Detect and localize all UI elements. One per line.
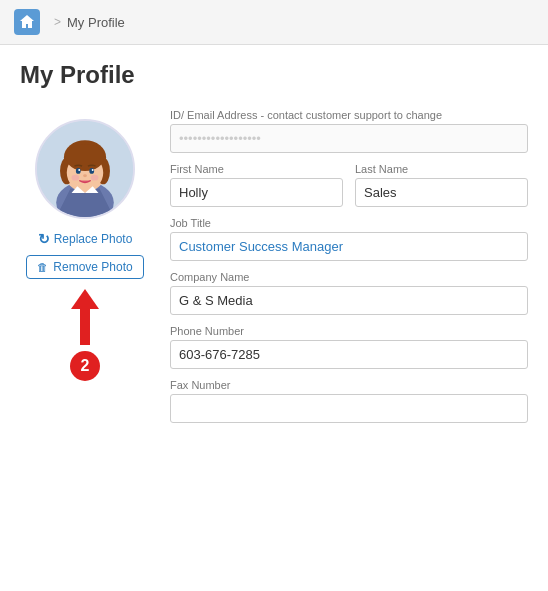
arrow-up-icon <box>71 289 99 309</box>
page-title: My Profile <box>0 45 548 99</box>
form-column: ID/ Email Address - contact customer sup… <box>170 109 528 423</box>
svg-point-13 <box>83 174 87 177</box>
breadcrumb-separator: > <box>54 15 61 29</box>
svg-point-15 <box>91 175 99 181</box>
svg-point-9 <box>76 168 81 174</box>
fax-group: Fax Number <box>170 379 528 423</box>
first-name-group: First Name <box>170 163 343 207</box>
name-row: First Name Last Name <box>170 163 528 207</box>
annotation: 2 <box>70 289 100 381</box>
remove-photo-label: Remove Photo <box>53 260 132 274</box>
svg-point-11 <box>78 169 80 171</box>
job-title-group: Job Title <box>170 217 528 261</box>
company-input[interactable] <box>170 286 528 315</box>
replace-photo-label: Replace Photo <box>54 232 133 246</box>
email-group: ID/ Email Address - contact customer sup… <box>170 109 528 153</box>
svg-point-12 <box>92 169 94 171</box>
fax-input[interactable] <box>170 394 528 423</box>
email-label: ID/ Email Address - contact customer sup… <box>170 109 528 121</box>
avatar <box>35 119 135 219</box>
job-title-label: Job Title <box>170 217 528 229</box>
last-name-input[interactable] <box>355 178 528 207</box>
home-icon[interactable] <box>14 9 40 35</box>
refresh-icon <box>38 231 50 247</box>
company-label: Company Name <box>170 271 528 283</box>
fax-label: Fax Number <box>170 379 528 391</box>
phone-input[interactable] <box>170 340 528 369</box>
trash-icon <box>37 260 48 274</box>
main-content: Replace Photo Remove Photo 2 ID/ Email A… <box>0 99 548 443</box>
email-input[interactable] <box>170 124 528 153</box>
phone-group: Phone Number <box>170 325 528 369</box>
first-name-input[interactable] <box>170 178 343 207</box>
step-number-badge: 2 <box>70 351 100 381</box>
svg-point-14 <box>72 175 80 181</box>
last-name-group: Last Name <box>355 163 528 207</box>
svg-point-10 <box>89 168 94 174</box>
replace-photo-link[interactable]: Replace Photo <box>38 231 133 247</box>
breadcrumb-bar: > My Profile <box>0 0 548 45</box>
last-name-label: Last Name <box>355 163 528 175</box>
photo-column: Replace Photo Remove Photo 2 <box>20 109 150 423</box>
phone-label: Phone Number <box>170 325 528 337</box>
svg-point-8 <box>66 144 104 171</box>
remove-photo-button[interactable]: Remove Photo <box>26 255 143 279</box>
job-title-input[interactable] <box>170 232 528 261</box>
first-name-label: First Name <box>170 163 343 175</box>
company-group: Company Name <box>170 271 528 315</box>
breadcrumb-current: My Profile <box>67 15 125 30</box>
arrow-shaft <box>80 309 90 345</box>
